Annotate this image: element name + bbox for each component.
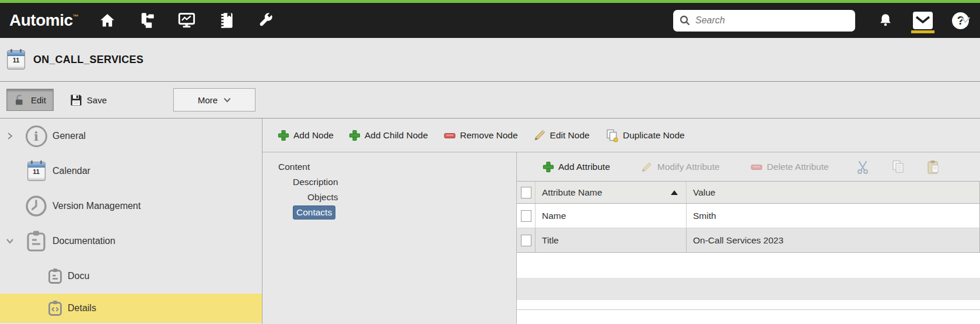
column-header-attribute-name[interactable]: Attribute Name: [536, 182, 687, 203]
lower-panels: Content Description Objects Contacts Add…: [262, 152, 980, 324]
unlock-icon: [14, 94, 26, 106]
tree-node-objects[interactable]: Objects: [262, 190, 516, 205]
sidebar-item-calendar[interactable]: 11 Calendar: [0, 154, 262, 189]
topbar: Automic™: [0, 3, 980, 38]
table-row[interactable]: Name Smith: [517, 204, 979, 228]
add-child-node-button[interactable]: Add Child Node: [349, 130, 428, 141]
action-toolbar: Edit Save More: [0, 82, 980, 119]
attributes-table-header: Attribute Name Value: [517, 182, 979, 204]
add-attribute-label: Add Attribute: [558, 162, 610, 172]
clipboard-doc-icon: [42, 268, 68, 284]
minus-icon: [443, 130, 456, 141]
info-icon: i: [20, 126, 52, 147]
sidebar-item-label: Documentation: [52, 236, 116, 246]
floppy-save-icon: [70, 94, 82, 106]
search-box: [673, 10, 855, 32]
topbar-overflow-chevron-icon[interactable]: [959, 16, 972, 27]
page-title: ON_CALL_SERVICES: [33, 54, 144, 66]
clipboard-actions: [856, 159, 941, 175]
attributes-panel: Add Attribute Modify Attribute: [517, 152, 980, 324]
attribute-name-cell: Name: [536, 204, 687, 228]
attribute-toolbar: Add Attribute Modify Attribute: [517, 152, 980, 181]
object-header: 11 ON_CALL_SERVICES: [0, 38, 980, 82]
home-icon[interactable]: [98, 11, 117, 30]
delete-attribute-button[interactable]: Delete Attribute: [750, 161, 829, 173]
copy-icon[interactable]: [891, 159, 906, 175]
search-icon: [679, 15, 691, 26]
edit-node-button[interactable]: Edit Node: [533, 129, 590, 142]
attributes-table: Attribute Name Value Name Smith: [517, 181, 980, 253]
sidebar-item-label: Calendar: [52, 166, 90, 176]
edit-button-label: Edit: [31, 95, 46, 105]
chevron-down-icon: [223, 97, 231, 103]
cut-icon[interactable]: [856, 159, 871, 175]
row-select-checkbox[interactable]: [521, 210, 531, 222]
plus-icon: [349, 130, 360, 141]
save-button[interactable]: Save: [63, 89, 114, 111]
sidebar-item-label: Details: [68, 303, 96, 313]
automic-app: Automic™: [0, 0, 980, 324]
minus-icon: [750, 161, 763, 173]
sidebar-item-label: General: [52, 131, 86, 141]
remove-node-label: Remove Node: [460, 130, 518, 141]
catalog-icon[interactable]: [217, 11, 236, 30]
more-button[interactable]: More: [173, 88, 256, 112]
sort-ascending-icon: [671, 190, 678, 195]
expander-expanded-icon[interactable]: [0, 238, 20, 245]
administration-icon[interactable]: [257, 11, 275, 30]
active-nav-indicator: [911, 30, 935, 33]
remove-node-button[interactable]: Remove Node: [443, 130, 518, 141]
sidebar-item-documentation[interactable]: Documentation: [0, 224, 262, 259]
edit-node-label: Edit Node: [550, 130, 590, 141]
empty-row-stripe: [517, 278, 980, 300]
calendar-object-icon: 11: [7, 50, 25, 69]
clipboard-icon: [20, 230, 52, 252]
add-child-node-label: Add Child Node: [365, 130, 428, 141]
sidebar-item-details[interactable]: Details: [0, 294, 262, 323]
select-all-checkbox[interactable]: [521, 187, 531, 198]
sidebar-item-label: Version Management: [52, 201, 141, 211]
duplicate-node-button[interactable]: Duplicate Node: [605, 128, 685, 142]
pencil-icon: [533, 129, 546, 142]
attribute-value-cell: On-Call Services 2023: [687, 228, 979, 252]
messages-mail-icon[interactable]: [912, 7, 933, 34]
empty-area: [517, 310, 980, 324]
table-row[interactable]: Title On-Call Services 2023: [517, 228, 979, 253]
add-attribute-button[interactable]: Add Attribute: [542, 161, 610, 173]
expander-collapsed-icon[interactable]: [0, 131, 20, 141]
process-assembly-icon[interactable]: [138, 11, 156, 30]
plus-icon: [542, 161, 554, 173]
column-header-value[interactable]: Value: [687, 182, 979, 203]
primary-nav: [98, 11, 275, 30]
paste-icon[interactable]: [926, 159, 941, 175]
tree-node-description[interactable]: Description: [262, 175, 516, 190]
empty-row-area: [517, 253, 980, 278]
search-input[interactable]: [695, 15, 849, 26]
automic-logo: Automic™: [9, 11, 78, 30]
calendar-icon: 11: [20, 162, 52, 181]
attribute-name-cell: Title: [536, 228, 687, 252]
sidebar-item-version-management[interactable]: Version Management: [0, 189, 262, 224]
add-node-button[interactable]: Add Node: [278, 130, 334, 141]
save-button-label: Save: [87, 95, 107, 105]
sidebar-item-general[interactable]: i General: [0, 119, 262, 154]
pencil-icon: [640, 161, 653, 173]
add-node-label: Add Node: [293, 130, 334, 141]
docu-node-tree: Content Description Objects Contacts: [262, 152, 517, 324]
edit-button[interactable]: Edit: [6, 89, 54, 111]
row-select-checkbox[interactable]: [521, 235, 531, 246]
attribute-value-cell: Smith: [687, 204, 979, 228]
sidebar-item-docu[interactable]: Docu: [0, 259, 262, 294]
tree-node-content[interactable]: Content: [262, 159, 516, 175]
process-monitoring-icon[interactable]: [177, 11, 196, 30]
node-toolbar: Add Node Add Child Node Remove Node: [262, 119, 980, 152]
tree-node-contacts[interactable]: Contacts: [262, 205, 516, 220]
modify-attribute-label: Modify Attribute: [657, 162, 720, 172]
delete-attribute-label: Delete Attribute: [767, 162, 829, 172]
modify-attribute-button[interactable]: Modify Attribute: [640, 161, 720, 173]
duplicate-icon: [605, 128, 619, 142]
trademark: ™: [73, 13, 79, 20]
content-area: i General 11 Calendar Version Management: [0, 119, 980, 324]
empty-row-area: [517, 300, 980, 310]
notifications-bell-icon[interactable]: [875, 7, 896, 34]
